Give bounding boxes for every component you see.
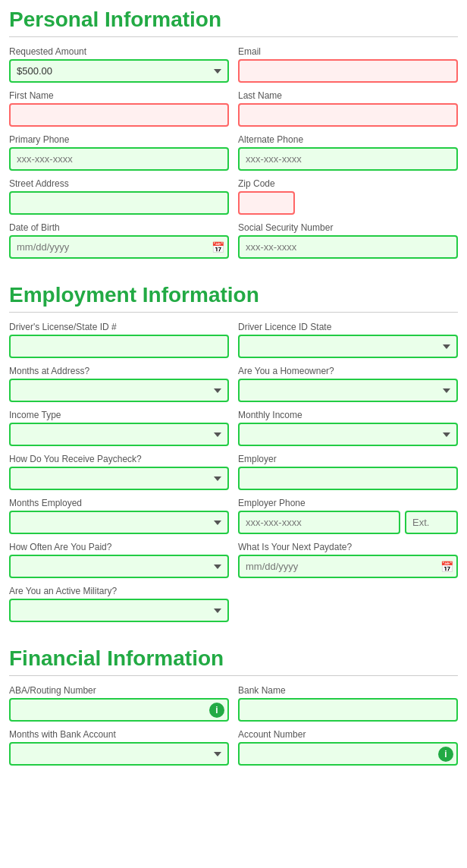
employment-info-title: Employment Information bbox=[0, 275, 467, 312]
first-name-input[interactable] bbox=[9, 103, 229, 127]
row-name: First Name Last Name bbox=[9, 90, 458, 127]
label-alternate-phone: Alternate Phone bbox=[238, 134, 458, 145]
label-requested-amount: Requested Amount bbox=[9, 46, 229, 57]
group-aba-routing: ABA/Routing Number i bbox=[9, 685, 229, 722]
group-bank-name: Bank Name bbox=[238, 685, 458, 722]
bank-name-input[interactable] bbox=[238, 698, 458, 722]
label-zip-code: Zip Code bbox=[238, 178, 306, 189]
label-street-address: Street Address bbox=[9, 178, 229, 189]
how-often-paid-select[interactable] bbox=[9, 555, 229, 578]
row-months-homeowner: Months at Address? Are You a Homeowner? bbox=[9, 366, 458, 402]
months-at-address-select[interactable] bbox=[9, 379, 229, 402]
months-employed-select[interactable] bbox=[9, 511, 229, 534]
row-income: Income Type Monthly Income bbox=[9, 410, 458, 446]
financial-info-form: ABA/Routing Number i Bank Name Months wi… bbox=[0, 685, 467, 782]
row-active-military: Are You an Active Military? bbox=[9, 586, 458, 622]
street-address-input[interactable] bbox=[9, 191, 229, 215]
row-dob-ssn: Date of Birth 📅 Social Security Number bbox=[9, 222, 458, 259]
group-monthly-income: Monthly Income bbox=[238, 410, 458, 446]
employer-input[interactable] bbox=[238, 467, 458, 490]
aba-info-icon[interactable]: i bbox=[209, 703, 224, 718]
next-paydate-wrapper: 📅 bbox=[238, 555, 458, 578]
group-email: Email bbox=[238, 46, 458, 83]
label-months-with-bank: Months with Bank Account bbox=[9, 729, 229, 740]
label-last-name: Last Name bbox=[238, 90, 458, 101]
group-street-address: Street Address bbox=[9, 178, 229, 215]
financial-info-title: Financial Information bbox=[0, 639, 467, 675]
personal-info-title: Personal Information bbox=[0, 0, 467, 36]
row-months-bank-account: Months with Bank Account Account Number … bbox=[9, 729, 458, 766]
group-months-at-address: Months at Address? bbox=[9, 366, 229, 402]
dob-wrapper: 📅 bbox=[9, 235, 229, 259]
row-requested-email: Requested Amount $500.00 Email bbox=[9, 46, 458, 83]
employer-ext-input[interactable] bbox=[405, 511, 458, 534]
group-employer: Employer bbox=[238, 454, 458, 490]
ssn-input[interactable] bbox=[238, 235, 458, 259]
financial-information-section: Financial Information ABA/Routing Number… bbox=[0, 639, 467, 782]
label-how-often-paid: How Often Are You Paid? bbox=[9, 542, 229, 552]
aba-routing-input[interactable] bbox=[9, 698, 229, 722]
monthly-income-select[interactable] bbox=[238, 423, 458, 446]
zip-code-input[interactable] bbox=[238, 191, 295, 215]
group-next-paydate: What Is Your Next Paydate? 📅 bbox=[238, 542, 458, 578]
label-account-number: Account Number bbox=[238, 729, 458, 740]
group-how-often-paid: How Often Are You Paid? bbox=[9, 542, 229, 578]
label-months-at-address: Months at Address? bbox=[9, 366, 229, 376]
label-next-paydate: What Is Your Next Paydate? bbox=[238, 542, 458, 552]
label-first-name: First Name bbox=[9, 90, 229, 101]
employment-information-section: Employment Information Driver's License/… bbox=[0, 275, 467, 639]
employment-info-divider bbox=[9, 312, 458, 313]
income-type-select[interactable] bbox=[9, 423, 229, 446]
row-aba-bank: ABA/Routing Number i Bank Name bbox=[9, 685, 458, 722]
group-alternate-phone: Alternate Phone bbox=[238, 134, 458, 171]
label-employer: Employer bbox=[238, 454, 458, 464]
group-active-military: Are You an Active Military? bbox=[9, 586, 229, 622]
label-aba-routing: ABA/Routing Number bbox=[9, 685, 229, 696]
label-active-military: Are You an Active Military? bbox=[9, 586, 229, 596]
row-months-employed-phone: Months Employed Employer Phone bbox=[9, 498, 458, 534]
label-ssn: Social Security Number bbox=[238, 222, 458, 233]
group-months-with-bank: Months with Bank Account bbox=[9, 729, 229, 766]
group-income-type: Income Type bbox=[9, 410, 229, 446]
dl-state-id-input[interactable] bbox=[9, 335, 229, 358]
group-requested-amount: Requested Amount $500.00 bbox=[9, 46, 229, 83]
months-with-bank-select[interactable] bbox=[9, 742, 229, 766]
requested-amount-select[interactable]: $500.00 bbox=[9, 59, 229, 83]
employer-phone-input[interactable] bbox=[238, 511, 400, 534]
last-name-input[interactable] bbox=[238, 103, 458, 127]
paycheck-method-select[interactable] bbox=[9, 467, 229, 490]
row-address-zip: Street Address Zip Code bbox=[9, 178, 458, 215]
label-dl-id-state: Driver Licence ID State bbox=[238, 322, 458, 332]
label-primary-phone: Primary Phone bbox=[9, 134, 229, 145]
personal-information-section: Personal Information Requested Amount $5… bbox=[0, 0, 467, 275]
group-paycheck-method: How Do You Receive Paycheck? bbox=[9, 454, 229, 490]
account-info-icon[interactable]: i bbox=[438, 747, 453, 762]
email-input[interactable] bbox=[238, 59, 458, 83]
alternate-phone-input[interactable] bbox=[238, 147, 458, 171]
label-employer-phone: Employer Phone bbox=[238, 498, 458, 508]
dob-input[interactable] bbox=[9, 235, 229, 259]
group-first-name: First Name bbox=[9, 90, 229, 127]
group-employer-phone: Employer Phone bbox=[238, 498, 458, 534]
row-pay-frequency-paydate: How Often Are You Paid? What Is Your Nex… bbox=[9, 542, 458, 578]
dl-id-state-select[interactable] bbox=[238, 335, 458, 358]
label-email: Email bbox=[238, 46, 458, 57]
label-months-employed: Months Employed bbox=[9, 498, 229, 508]
group-homeowner: Are You a Homeowner? bbox=[238, 366, 458, 402]
label-dl-state-id: Driver's License/State ID # bbox=[9, 322, 229, 332]
group-account-number: Account Number i bbox=[238, 729, 458, 766]
group-primary-phone: Primary Phone bbox=[9, 134, 229, 171]
label-bank-name: Bank Name bbox=[238, 685, 458, 696]
next-paydate-input[interactable] bbox=[238, 555, 458, 578]
aba-routing-wrapper: i bbox=[9, 698, 229, 722]
label-homeowner: Are You a Homeowner? bbox=[238, 366, 458, 376]
group-ssn: Social Security Number bbox=[238, 222, 458, 259]
personal-info-form: Requested Amount $500.00 Email First Nam… bbox=[0, 46, 467, 275]
row-phones: Primary Phone Alternate Phone bbox=[9, 134, 458, 171]
primary-phone-input[interactable] bbox=[9, 147, 229, 171]
label-monthly-income: Monthly Income bbox=[238, 410, 458, 420]
group-dl-id-state: Driver Licence ID State bbox=[238, 322, 458, 358]
account-number-input[interactable] bbox=[238, 742, 458, 766]
homeowner-select[interactable] bbox=[238, 379, 458, 402]
active-military-select[interactable] bbox=[9, 599, 229, 622]
